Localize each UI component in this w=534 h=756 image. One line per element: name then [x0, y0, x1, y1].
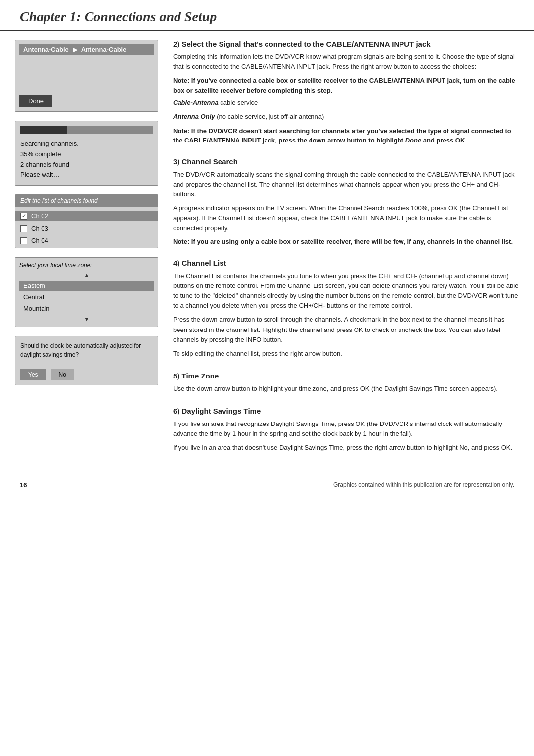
channel-search-screen: Searching channels. 35% complete 2 chann…: [15, 121, 158, 186]
timezone-screen: Select your local time zone: ▲ Eastern C…: [15, 257, 158, 327]
chapter-title: Chapter 1: Connections and Setup: [20, 9, 217, 24]
search-line-1: Searching channels.: [20, 139, 153, 149]
section-3-note: Note: If you are using only a cable box …: [173, 237, 519, 247]
section-5: 5) Time Zone Use the down arrow button t…: [173, 372, 519, 398]
section-2-para1: Completing this information lets the DVD…: [173, 52, 519, 72]
section-3-para1: The DVD/VCR automatically scans the sign…: [173, 170, 519, 199]
timezone-up-arrow[interactable]: ▲: [19, 272, 154, 279]
channel-row-ch02[interactable]: Ch 02: [15, 211, 158, 221]
antenna-label-left: Antenna-Cable: [23, 46, 69, 53]
cable-antenna-label: Cable-Antenna: [173, 99, 219, 106]
search-line-2: 35% complete: [20, 149, 153, 160]
section-6-para1: If you live an area that recognizes Dayl…: [173, 419, 519, 439]
left-column: Antenna-Cable ▶ Antenna-Cable Done Searc…: [15, 40, 158, 457]
section-2-cable-line: Cable-Antenna cable service: [173, 98, 519, 108]
yes-button[interactable]: Yes: [20, 369, 46, 380]
channel-checkbox-ch04[interactable]: [20, 237, 27, 244]
right-column: 2) Select the Signal that's connected to…: [173, 40, 519, 457]
no-button[interactable]: No: [51, 369, 74, 380]
search-line-3: 2 channels found: [20, 160, 153, 170]
section-4-title: 4) Channel List: [173, 259, 519, 267]
section-2-note1: Note: If you've connected a cable box or…: [173, 76, 519, 95]
daylight-buttons-row: Yes No: [20, 369, 153, 380]
antenna-cable-screen: Antenna-Cable ▶ Antenna-Cable Done: [15, 40, 158, 112]
channel-row-ch04[interactable]: Ch 04: [15, 236, 158, 246]
section-2-title: 2) Select the Signal that's connected to…: [173, 40, 519, 48]
main-layout: Antenna-Cable ▶ Antenna-Cable Done Searc…: [0, 40, 534, 467]
daylight-question-text: Should the clock be automatically adjust…: [20, 341, 153, 359]
channel-checkbox-ch02[interactable]: [20, 213, 27, 220]
channel-name-ch03: Ch 03: [31, 225, 48, 232]
done-button[interactable]: Done: [19, 95, 52, 107]
daylight-screen: Should the clock be automatically adjust…: [15, 336, 158, 385]
section-3: 3) Channel Search The DVD/VCR automatica…: [173, 157, 519, 250]
section-3-para2: A progress indicator appears on the TV s…: [173, 203, 519, 233]
antenna-header: Antenna-Cable ▶ Antenna-Cable: [19, 44, 154, 55]
timezone-eastern[interactable]: Eastern: [19, 281, 154, 291]
section-6-para2: If you live in an area that doesn't use …: [173, 443, 519, 453]
cable-desc: cable service: [219, 99, 258, 106]
timezone-central[interactable]: Central: [19, 292, 154, 302]
timezone-down-arrow[interactable]: ▼: [19, 316, 154, 323]
section-2-note2: Note: If the DVD/VCR doesn't start searc…: [173, 126, 519, 145]
section-3-title: 3) Channel Search: [173, 157, 519, 166]
channel-name-ch02: Ch 02: [31, 212, 48, 220]
section-4-para1: The Channel List contains the channels y…: [173, 271, 519, 311]
antenna-only-label: Antenna Only: [173, 113, 215, 120]
chapter-header: Chapter 1: Connections and Setup: [0, 0, 534, 31]
timezone-mountain[interactable]: Mountain: [19, 303, 154, 314]
antenna-label-right: Antenna-Cable: [81, 46, 127, 53]
page-footer: 16 Graphics contained within this public…: [0, 477, 534, 493]
channel-checkbox-ch03[interactable]: [20, 225, 27, 232]
section-5-title: 5) Time Zone: [173, 372, 519, 380]
channel-row-ch03[interactable]: Ch 03: [15, 223, 158, 234]
timezone-label: Select your local time zone:: [19, 262, 154, 269]
search-line-4: Please wait…: [20, 170, 153, 180]
footer-note: Graphics contained within this publicati…: [333, 481, 514, 488]
section-5-para1: Use the down arrow button to highlight y…: [173, 384, 519, 394]
progress-bar-inner: [20, 126, 67, 134]
section-6: 6) Daylight Savings Time If you live an …: [173, 407, 519, 457]
search-status-text: Searching channels. 35% complete 2 chann…: [20, 139, 153, 180]
section-4: 4) Channel List The Channel List contain…: [173, 259, 519, 363]
page-number: 16: [20, 481, 27, 489]
section-4-para3: To skip editing the channel list, press …: [173, 349, 519, 359]
channel-name-ch04: Ch 04: [31, 237, 48, 244]
progress-bar-outer: [20, 126, 153, 134]
section-2: 2) Select the Signal that's connected to…: [173, 40, 519, 148]
section-2-antenna-line: Antenna Only (no cable service, just off…: [173, 112, 519, 122]
antenna-desc: (no cable service, just off-air antenna): [215, 113, 324, 120]
section-6-title: 6) Daylight Savings Time: [173, 407, 519, 415]
antenna-arrow: ▶: [73, 47, 77, 53]
section-4-para2: Press the down arrow button to scroll th…: [173, 315, 519, 344]
channel-list-screen: Edit the list of channels found Ch 02 Ch…: [15, 194, 158, 248]
channel-list-header: Edit the list of channels found: [15, 195, 158, 207]
